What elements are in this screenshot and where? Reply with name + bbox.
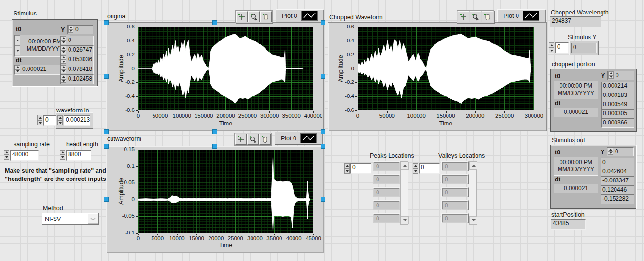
- y-tick-mark: [136, 200, 138, 200]
- plot-legend-cutwaveform[interactable]: Plot 0: [275, 132, 322, 145]
- selection-handle[interactable]: [321, 74, 325, 79]
- waveform-in-increment-decrement[interactable]: [57, 115, 63, 125]
- waveform-in-index-increment-decrement[interactable]: [37, 115, 42, 125]
- dt-label: dt: [555, 100, 560, 107]
- valleys-array-element[interactable]: 0: [441, 200, 469, 210]
- y-tick-label: 0: [132, 196, 135, 202]
- t0-time: 00:00:00 PM: [28, 38, 61, 45]
- y-array-element[interactable]: 0.026747: [60, 45, 94, 55]
- pan-tool-button[interactable]: [482, 11, 493, 22]
- x-tick-mark: [157, 234, 158, 235]
- selection-handle[interactable]: [104, 74, 109, 79]
- scroll-down-button[interactable]: [469, 216, 477, 224]
- x-tick-mark: [160, 111, 160, 113]
- graph-cutwaveform: Amplitude Time -0.1-0.0500.050.10.150500…: [106, 146, 324, 253]
- t0-time: 00:00:00 PM: [560, 82, 592, 90]
- x-tick-label: 45000: [306, 235, 321, 241]
- plot-legend-chopped[interactable]: Plot 0: [497, 9, 545, 22]
- stimulus-y-index[interactable]: 0: [555, 42, 569, 53]
- y-array-value: 0.078418: [67, 65, 93, 73]
- y-tick-label: -0.4: [345, 93, 354, 99]
- selection-handle[interactable]: [104, 129, 109, 134]
- peaks-index-increment-decrement[interactable]: [344, 163, 350, 174]
- y-tick-label: -0.1: [125, 230, 135, 235]
- peaks-array-element[interactable]: 0: [373, 187, 400, 197]
- t0-increment-decrement[interactable]: [15, 35, 20, 55]
- y-array-label: Y: [601, 72, 605, 79]
- zoom-tool-button[interactable]: [248, 11, 260, 22]
- selection-handle[interactable]: [212, 20, 217, 25]
- y-tick-label: 0.2: [127, 52, 135, 57]
- valleys-array-element[interactable]: 0: [441, 187, 469, 197]
- cursor-tool-button[interactable]: [458, 11, 469, 22]
- valleys-array-element[interactable]: 0: [441, 213, 469, 223]
- x-tick-mark: [534, 111, 534, 113]
- cursor-tool-button[interactable]: [235, 134, 247, 145]
- selection-handle[interactable]: [321, 20, 325, 25]
- selection-handle[interactable]: [212, 129, 217, 134]
- y-index-increment-decrement[interactable]: [68, 26, 73, 33]
- y-array-element[interactable]: 0.078418: [60, 65, 94, 75]
- valleys-array-element[interactable]: 0: [441, 174, 469, 184]
- peaks-array-element[interactable]: 0: [373, 213, 400, 223]
- y-index-field[interactable]: 0: [607, 71, 634, 80]
- selection-handle[interactable]: [321, 144, 325, 149]
- plot-area-original[interactable]: [138, 27, 313, 110]
- pan-tool-button[interactable]: [260, 11, 272, 22]
- cursor-tool-button[interactable]: [236, 11, 248, 22]
- chopped-wavelength-value: 294837: [550, 16, 601, 27]
- y-array-element[interactable]: 0.053036: [60, 55, 94, 65]
- valleys-index-increment-decrement[interactable]: [413, 163, 418, 174]
- dt-increment-decrement[interactable]: [15, 65, 20, 73]
- valleys-array-element[interactable]: 0: [441, 161, 469, 171]
- peaks-array-element[interactable]: 0: [373, 161, 400, 171]
- scroll-up-button[interactable]: [469, 162, 477, 170]
- zoom-tool-button[interactable]: [247, 134, 259, 145]
- element-increment-decrement[interactable]: [61, 75, 66, 83]
- element-increment-decrement[interactable]: [61, 46, 66, 54]
- y-index-increment-decrement[interactable]: [608, 71, 614, 79]
- head-length-value[interactable]: 8800: [66, 150, 91, 161]
- selection-handle[interactable]: [104, 144, 109, 149]
- y-array-element[interactable]: 0.102458: [60, 74, 94, 84]
- valleys-scrollbar[interactable]: [469, 161, 477, 225]
- sampling-rate-increment-decrement[interactable]: [4, 150, 9, 160]
- scroll-up-button[interactable]: [401, 162, 409, 170]
- peaks-scrollbar[interactable]: [400, 161, 408, 225]
- plot-area-chopped[interactable]: [358, 27, 534, 110]
- valleys-index[interactable]: 0: [419, 163, 440, 174]
- waveform-in-value[interactable]: 0.000213: [64, 115, 90, 126]
- element-increment-decrement[interactable]: [61, 65, 66, 73]
- plot-line-sample-icon[interactable]: [300, 133, 317, 143]
- scroll-down-button[interactable]: [401, 216, 409, 224]
- x-tick-mark: [138, 234, 139, 235]
- head-length-increment-decrement[interactable]: [60, 150, 65, 160]
- selection-handle[interactable]: [212, 144, 217, 149]
- plot-area-cutwaveform[interactable]: [138, 150, 313, 233]
- dt-label: dt: [555, 176, 560, 183]
- stimulus-cluster: t0 00:00:00 PM MM/DD/YYYY dt 0.000021 Y …: [12, 19, 98, 86]
- element-increment-decrement[interactable]: [61, 55, 66, 64]
- x-tick-label: 200000: [466, 113, 484, 119]
- y-index-field[interactable]: 0: [607, 147, 634, 156]
- zoom-tool-button[interactable]: [470, 11, 481, 22]
- peaks-array-element[interactable]: 0: [373, 174, 400, 184]
- y-index-increment-decrement[interactable]: [608, 148, 613, 155]
- pan-tool-button[interactable]: [259, 134, 271, 145]
- peaks-index[interactable]: 0: [350, 163, 371, 174]
- plot-legend-original[interactable]: Plot 0: [276, 9, 323, 22]
- method-dropdown-button[interactable]: [88, 214, 98, 224]
- y-index-field[interactable]: 0: [67, 25, 93, 34]
- method-dropdown[interactable]: NI-SV: [42, 213, 99, 225]
- stimulus-y-index-increment-decrement[interactable]: [549, 42, 554, 53]
- y-array-element[interactable]: 0: [60, 36, 94, 46]
- selection-handle[interactable]: [104, 197, 109, 202]
- peaks-array-element[interactable]: 0: [373, 200, 400, 210]
- selection-handle[interactable]: [321, 197, 325, 202]
- sampling-rate-value[interactable]: 48000: [10, 150, 39, 161]
- plot-line-sample-icon[interactable]: [523, 11, 539, 21]
- selection-handle[interactable]: [321, 129, 325, 134]
- selection-handle[interactable]: [104, 20, 109, 25]
- element-increment-decrement[interactable]: [61, 36, 66, 44]
- plot-line-sample-icon[interactable]: [301, 11, 318, 21]
